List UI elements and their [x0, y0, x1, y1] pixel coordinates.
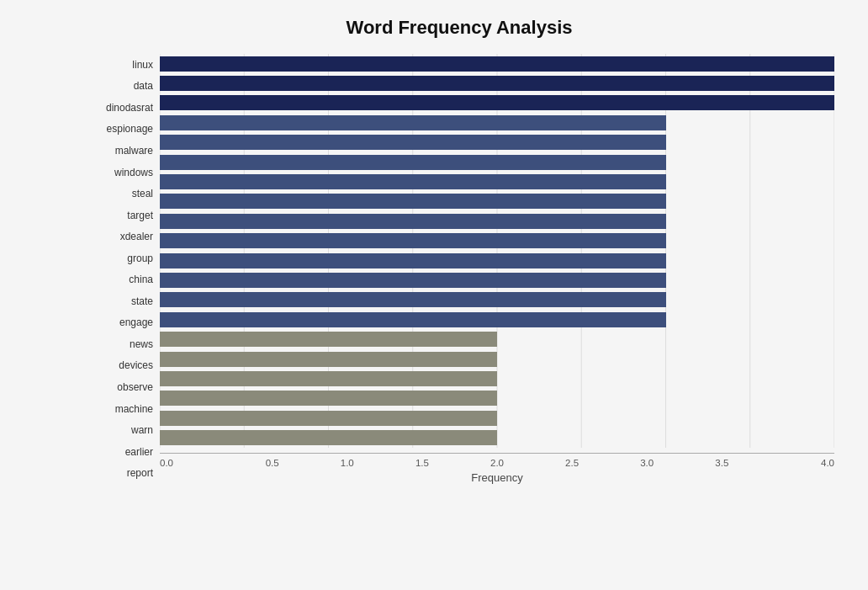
bar-row	[160, 231, 834, 250]
bar-fill	[160, 174, 666, 189]
x-tick-label: 0.5	[235, 458, 310, 468]
chart-title: Word Frequency Analysis	[84, 17, 834, 39]
bar-fill	[160, 135, 666, 150]
bar-fill	[160, 312, 666, 327]
x-tick-label: 2.5	[535, 458, 610, 468]
bar-row	[160, 350, 834, 369]
bar-fill	[160, 273, 666, 288]
y-label: steal	[84, 184, 153, 203]
bar-row	[160, 290, 834, 309]
x-axis-title: Frequency	[160, 471, 834, 484]
y-label: machine	[84, 400, 153, 418]
bar-fill	[160, 233, 666, 248]
bar-row	[160, 252, 834, 270]
bar-fill	[160, 352, 497, 367]
y-label: xdealer	[84, 227, 153, 246]
y-label: windows	[84, 163, 153, 182]
bar-fill	[160, 253, 666, 268]
bar-row	[160, 74, 834, 93]
y-label: news	[84, 335, 153, 353]
y-label: state	[84, 292, 153, 311]
y-label: earlier	[84, 443, 153, 461]
y-label: engage	[84, 313, 153, 332]
y-label: devices	[84, 356, 153, 375]
bar-fill	[160, 430, 497, 445]
bar-fill	[160, 155, 666, 170]
bar-row	[160, 55, 834, 73]
x-tick-label: 4.0	[760, 458, 834, 468]
x-tick-label: 3.5	[685, 458, 760, 468]
y-label: warn	[84, 421, 153, 439]
bar-row	[160, 271, 834, 290]
y-label: dinodasrat	[84, 98, 153, 117]
bar-row	[160, 153, 834, 172]
y-label: linux	[84, 56, 153, 74]
bar-row	[160, 133, 834, 151]
bar-fill	[160, 371, 497, 386]
y-label: target	[84, 206, 153, 225]
x-tick-label: 2.0	[459, 458, 534, 468]
bar-row	[160, 192, 834, 210]
bar-fill	[160, 76, 834, 91]
y-label: group	[84, 249, 153, 268]
bar-fill	[160, 214, 666, 229]
bar-row	[160, 93, 834, 112]
x-tick-label: 0.0	[160, 458, 235, 468]
bar-fill	[160, 292, 666, 307]
x-tick-label: 1.5	[384, 458, 459, 468]
y-label: malware	[84, 141, 153, 160]
y-labels: linuxdatadinodasratespionagemalwarewindo…	[84, 54, 160, 484]
y-label: data	[84, 77, 153, 95]
y-label: observe	[84, 378, 153, 396]
bar-fill	[160, 95, 834, 110]
y-label: espionage	[84, 120, 153, 138]
x-axis: 0.00.51.01.52.02.53.03.54.0 Frequency	[160, 453, 834, 484]
bars-container	[160, 54, 834, 448]
x-ticks-row: 0.00.51.01.52.02.53.03.54.0	[160, 453, 834, 468]
bar-row	[160, 212, 834, 231]
x-tick-label: 3.0	[610, 458, 685, 468]
bar-row	[160, 409, 834, 428]
bars-area	[160, 54, 834, 448]
bar-row	[160, 389, 834, 407]
bar-row	[160, 114, 834, 132]
x-tick-label: 1.0	[310, 458, 384, 468]
bar-row	[160, 369, 834, 388]
chart-container: Word Frequency Analysis linuxdatadinodas…	[0, 0, 868, 590]
bar-fill	[160, 194, 666, 209]
bar-row	[160, 173, 834, 191]
bar-row	[160, 428, 834, 447]
bar-fill	[160, 391, 497, 406]
y-label: report	[84, 464, 153, 482]
bar-row	[160, 311, 834, 329]
bar-fill	[160, 411, 497, 426]
y-label: china	[84, 270, 153, 289]
bar-fill	[160, 332, 497, 347]
bar-fill	[160, 115, 666, 130]
bar-row	[160, 330, 834, 348]
bar-fill	[160, 56, 834, 72]
